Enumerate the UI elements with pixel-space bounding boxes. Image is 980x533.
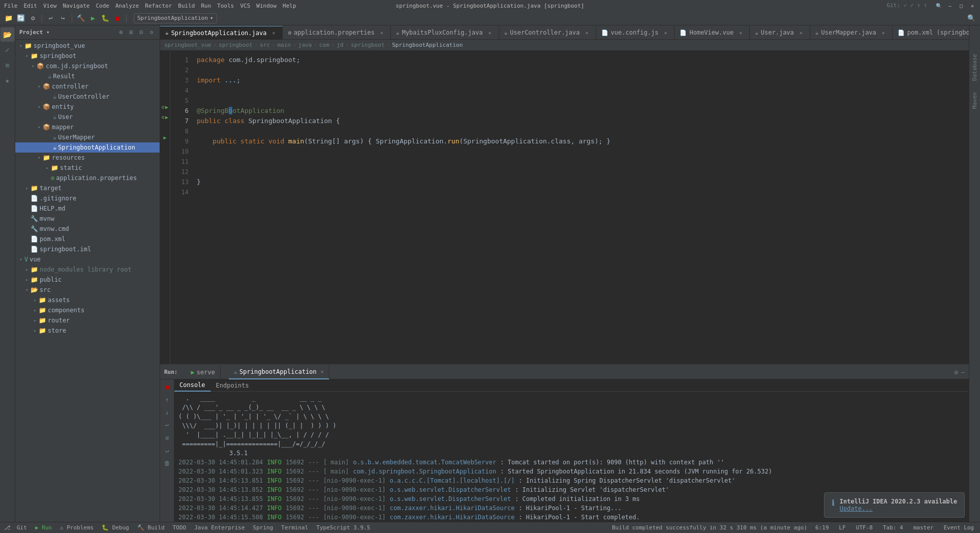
- tab-application-properties[interactable]: ⚙ application.properties ✕: [283, 26, 391, 39]
- line-col-status[interactable]: 6:19: [813, 524, 831, 531]
- tree-item-gitignore[interactable]: 📄 .gitignore: [15, 193, 160, 203]
- git-branch-status[interactable]: Git: [15, 524, 29, 531]
- tab-close-userctrl[interactable]: ✕: [584, 29, 591, 36]
- tab-close-usermapper[interactable]: ✕: [880, 29, 887, 36]
- redo-btn[interactable]: ↪: [57, 13, 69, 24]
- tab-close-mybaits[interactable]: ✕: [486, 29, 494, 36]
- terminal-btn[interactable]: Terminal: [279, 524, 310, 531]
- run-status-btn[interactable]: ▶ Run: [33, 524, 54, 531]
- tab-vueconfig[interactable]: 📄 vue.config.js ✕: [596, 26, 675, 39]
- tab-pom[interactable]: 📄 pom.xml (springboot) ✕: [893, 26, 969, 39]
- breadcrumb-java[interactable]: java: [298, 42, 312, 48]
- tree-item-resources[interactable]: ▾ 📁 resources: [15, 153, 160, 163]
- undo-btn[interactable]: ↩: [45, 13, 56, 24]
- settings-gear-icon[interactable]: ⚙: [955, 369, 958, 376]
- commit-icon[interactable]: ✓: [1, 43, 15, 57]
- git-branch-label[interactable]: master: [911, 524, 936, 531]
- tree-item-mvnwcmd[interactable]: 🔧 mvnw.cmd: [15, 224, 160, 234]
- debug-btn[interactable]: 🐛 Debug: [100, 524, 131, 531]
- springboot-tab-close[interactable]: ✕: [321, 369, 324, 374]
- tree-item-springbootapplication[interactable]: ☕ SpringbootApplication: [15, 142, 160, 153]
- line-endings-status[interactable]: LF: [837, 524, 848, 531]
- tree-item-target[interactable]: ▸ 📁 target: [15, 183, 160, 193]
- tab-close-homeview[interactable]: ✕: [737, 29, 744, 36]
- problems-btn[interactable]: ⚠ Problems: [58, 524, 96, 531]
- breadcrumb-jd[interactable]: jd: [336, 42, 343, 48]
- tree-item-src-vue[interactable]: ▾ 📂 src: [15, 285, 160, 295]
- tree-item-usercontroller[interactable]: ☕ UserController: [15, 92, 160, 102]
- tree-item-pomxml[interactable]: 📄 pom.xml: [15, 234, 160, 244]
- menu-build[interactable]: Build: [178, 3, 195, 9]
- menu-refactor[interactable]: Refactor: [145, 3, 172, 9]
- breadcrumb-springbootapplication[interactable]: SpringbootApplication: [392, 42, 463, 48]
- run-tab-serve[interactable]: ▶ serve: [186, 365, 221, 379]
- project-icon[interactable]: 📂: [1, 27, 15, 42]
- database-label[interactable]: Database: [971, 51, 978, 84]
- spring-btn[interactable]: Spring: [251, 524, 275, 531]
- tab-user[interactable]: ☕ User.java ✕: [750, 26, 810, 39]
- collapse-all-icon[interactable]: ⊟: [137, 28, 145, 37]
- indent-status[interactable]: Tab: 4: [881, 524, 905, 531]
- rerun-btn[interactable]: ↩: [162, 420, 173, 431]
- tree-item-components[interactable]: ▸ 📁 components: [15, 305, 160, 315]
- menu-edit[interactable]: Edit: [24, 3, 38, 9]
- run-icon-9[interactable]: ▶: [163, 135, 166, 140]
- tree-item-static[interactable]: ▸ 📁 static: [15, 163, 160, 173]
- wrap-btn[interactable]: ↵: [162, 445, 173, 456]
- scroll-up-btn[interactable]: ↑: [162, 394, 173, 405]
- breadcrumb-springboot-vue[interactable]: springboot_vue: [164, 42, 211, 48]
- breadcrumb-springboot[interactable]: springboot: [219, 42, 252, 48]
- tree-item-vue[interactable]: ▾ V vue: [15, 254, 160, 264]
- tree-item-user[interactable]: ☕ User: [15, 112, 160, 122]
- tree-item-usermapper[interactable]: ☕ UserMapper: [15, 132, 160, 142]
- menu-help[interactable]: Help: [283, 3, 296, 9]
- tree-item-mapper[interactable]: ▾ 📦 mapper: [15, 122, 160, 132]
- menu-file[interactable]: File: [4, 3, 18, 9]
- console-tab-console[interactable]: Console: [174, 379, 211, 392]
- tab-usermapper[interactable]: ☕ UserMapper.java ✕: [810, 26, 893, 39]
- menu-analyze[interactable]: Analyze: [115, 3, 139, 9]
- menu-navigate[interactable]: Navigate: [63, 3, 90, 9]
- tab-close-appprops[interactable]: ✕: [378, 29, 385, 36]
- run-icon-7[interactable]: ▶: [165, 114, 168, 120]
- minimize-btn[interactable]: —: [946, 2, 954, 9]
- tree-item-helpmd[interactable]: 📄 HELP.md: [15, 203, 160, 214]
- stop-process-btn[interactable]: ■: [162, 381, 173, 393]
- tab-close-user[interactable]: ✕: [798, 29, 805, 36]
- todo-btn[interactable]: TODO: [171, 524, 189, 531]
- settings-icon[interactable]: ⚙: [147, 28, 156, 37]
- tab-homeview[interactable]: 📄 HomeView.vue ✕: [675, 26, 750, 39]
- filter-btn[interactable]: ≡: [162, 432, 173, 443]
- tab-close-vueconfig[interactable]: ✕: [662, 29, 669, 36]
- tree-item-store[interactable]: ▸ 📁 store: [15, 325, 160, 336]
- tree-item-public[interactable]: ▸ 📁 public: [15, 275, 160, 285]
- tree-item-src-main-java[interactable]: ▾ 📦 com.jd.springboot: [15, 61, 160, 71]
- run-icon-6[interactable]: ▶: [165, 104, 168, 110]
- menu-window[interactable]: Window: [256, 3, 277, 9]
- build-btn[interactable]: 🔨: [75, 13, 86, 24]
- java-enterprise-btn[interactable]: Java Enterprise: [192, 524, 247, 531]
- run-config-selector[interactable]: SpringbootApplication ▾: [134, 13, 217, 23]
- settings-btn[interactable]: ⚙: [27, 13, 39, 24]
- menu-view[interactable]: View: [43, 3, 57, 9]
- search-everywhere-btn[interactable]: 🔍: [935, 2, 942, 9]
- encoding-status[interactable]: UTF-8: [854, 524, 875, 531]
- run-btn[interactable]: ▶: [87, 13, 99, 24]
- expand-all-icon[interactable]: ⊞: [127, 28, 135, 37]
- tree-item-entity[interactable]: ▾ 📦 entity: [15, 102, 160, 112]
- debug-btn[interactable]: 🐛: [100, 13, 111, 24]
- minimize-panel-icon[interactable]: —: [961, 369, 965, 376]
- clear-btn[interactable]: 🗑: [162, 458, 173, 469]
- breadcrumb-com[interactable]: com: [319, 42, 329, 48]
- menu-tools[interactable]: Tools: [217, 3, 234, 9]
- tree-item-controller[interactable]: ▾ 📦 controller: [15, 81, 160, 92]
- tree-item-springboot-vue[interactable]: ▾ 📁 springboot_vue: [15, 41, 160, 51]
- sync-btn[interactable]: 🔄: [15, 13, 26, 24]
- favorites-icon[interactable]: ★: [1, 73, 15, 87]
- event-log-btn[interactable]: Event Log: [941, 524, 976, 531]
- breadcrumb-main[interactable]: main: [278, 42, 291, 48]
- tree-item-appprops[interactable]: ⚙ application.properties: [15, 173, 160, 183]
- menu-code[interactable]: Code: [96, 3, 109, 9]
- project-view-btn[interactable]: 📁: [3, 13, 14, 24]
- tab-usercontroller[interactable]: ☕ UserController.java ✕: [499, 26, 596, 39]
